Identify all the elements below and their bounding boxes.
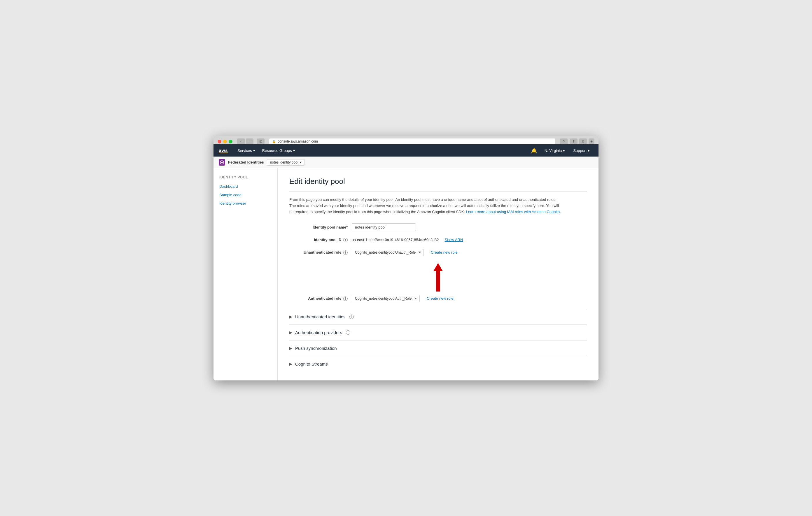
- support-label: Support: [573, 148, 586, 153]
- show-arn-link[interactable]: Show ARN: [444, 238, 463, 242]
- arrow-annotation: [289, 263, 587, 292]
- accordion-cognito-streams-label: Cognito Streams: [295, 362, 328, 366]
- sidebar-sample-code-label: Sample code: [219, 193, 241, 197]
- browser-window: ‹ › ⊡ 🔒 console.aws.amazon.com ↻ ⬆ ⧉ + a…: [213, 135, 599, 380]
- accordion-push-sync-label: Push synchronization: [295, 346, 337, 351]
- reload-button[interactable]: ↻: [560, 139, 568, 144]
- pool-name-input[interactable]: [352, 223, 416, 231]
- breadcrumb-pool-chevron-icon: ▾: [300, 160, 301, 164]
- services-label: Services: [237, 148, 252, 153]
- accordion-header-cognito-streams[interactable]: ▶ Cognito Streams: [289, 362, 587, 366]
- pool-name-row: Identity pool name*: [289, 223, 587, 231]
- arrow-shaft: [436, 271, 440, 292]
- arrow-head: [433, 263, 443, 271]
- browser-chrome: ‹ › ⊡ 🔒 console.aws.amazon.com ↻ ⬆ ⧉ +: [213, 135, 599, 144]
- new-tab-button[interactable]: +: [588, 139, 594, 144]
- share-button[interactable]: ⬆: [570, 139, 578, 144]
- tab-button[interactable]: ⊡: [257, 139, 265, 144]
- resource-groups-label: Resource Groups: [262, 148, 292, 153]
- traffic-lights: [218, 140, 232, 144]
- accordion-unauthenticated: ▶ Unauthenticated identities i: [289, 309, 587, 325]
- accordion-push-sync: ▶ Push synchronization: [289, 340, 587, 356]
- accordion-auth-providers: ▶ Authentication providers i: [289, 325, 587, 340]
- resource-groups-nav-item[interactable]: Resource Groups ▾: [259, 144, 299, 156]
- resource-groups-chevron-icon: ▾: [293, 148, 295, 153]
- unauth-role-row: Unauthenticated role i Cognito_notesiden…: [289, 249, 587, 256]
- region-label: N. Virginia: [545, 148, 562, 153]
- unauth-role-label: Unauthenticated role i: [289, 250, 348, 255]
- notification-bell-icon[interactable]: 🔔: [528, 148, 540, 153]
- breadcrumb-pool-tag[interactable]: notes identity pool ▾: [267, 159, 305, 165]
- title-divider: [289, 191, 587, 191]
- window-button[interactable]: ⧉: [579, 139, 587, 144]
- pool-id-info-icon[interactable]: i: [343, 238, 348, 242]
- close-button[interactable]: [218, 140, 221, 144]
- accordion-push-sync-arrow-icon: ▶: [289, 346, 292, 351]
- main-content: Edit identity pool From this page you ca…: [278, 168, 599, 380]
- sidebar-identity-browser-label: Identity browser: [219, 201, 246, 206]
- auth-role-label: Authenticated role i: [289, 296, 348, 301]
- page-layout: Identity pool Dashboard Sample code Iden…: [213, 168, 599, 380]
- accordion-unauth-arrow-icon: ▶: [289, 314, 292, 319]
- accordion-header-unauth[interactable]: ▶ Unauthenticated identities i: [289, 314, 587, 319]
- pool-name-label: Identity pool name*: [289, 225, 348, 230]
- auth-role-info-icon[interactable]: i: [343, 297, 348, 301]
- nav-right: 🔔 N. Virginia ▾ Support ▾: [528, 144, 593, 156]
- auth-providers-info-icon[interactable]: i: [346, 330, 350, 335]
- sidebar-item-dashboard[interactable]: Dashboard: [213, 182, 278, 191]
- aws-logo-text: aws: [219, 148, 228, 153]
- breadcrumb-bar: Federated Identities notes identity pool…: [213, 156, 599, 168]
- cognito-icon: [219, 159, 225, 165]
- url-text: console.aws.amazon.com: [278, 139, 318, 144]
- aws-logo: aws: [219, 148, 228, 153]
- auth-role-select[interactable]: Cognito_notesidentitypoolAuth_Role: [352, 295, 420, 302]
- unauth-identities-info-icon[interactable]: i: [349, 314, 354, 319]
- aws-navbar: aws Services ▾ Resource Groups ▾ 🔔 N. Vi…: [213, 144, 599, 156]
- accordion-cognito-streams: ▶ Cognito Streams: [289, 356, 587, 372]
- accordion-cognito-streams-arrow-icon: ▶: [289, 362, 292, 366]
- create-new-role-link-unauth[interactable]: Create new role: [431, 250, 458, 254]
- services-chevron-icon: ▾: [253, 148, 255, 153]
- services-nav-item[interactable]: Services ▾: [234, 144, 259, 156]
- support-chevron-icon: ▾: [588, 148, 590, 153]
- sidebar-dashboard-label: Dashboard: [219, 184, 238, 189]
- right-controls: ⬆ ⧉ +: [570, 139, 594, 144]
- page-title: Edit identity pool: [289, 177, 587, 186]
- description-text: From this page you can modify the detail…: [289, 197, 563, 215]
- breadcrumb-pool-name: notes identity pool: [270, 160, 298, 164]
- sidebar: Identity pool Dashboard Sample code Iden…: [213, 168, 278, 380]
- support-nav-item[interactable]: Support ▾: [570, 144, 593, 156]
- region-chevron-icon: ▾: [563, 148, 565, 153]
- address-bar[interactable]: 🔒 console.aws.amazon.com: [269, 139, 555, 144]
- red-arrow: [433, 263, 443, 292]
- accordion-header-push-sync[interactable]: ▶ Push synchronization: [289, 346, 587, 351]
- sidebar-section-label: Identity pool: [213, 175, 278, 182]
- maximize-button[interactable]: [229, 140, 232, 144]
- learn-more-link[interactable]: Learn more about using IAM roles with Am…: [466, 210, 561, 214]
- unauth-role-select[interactable]: Cognito_notesidentitypoolUnauth_Role: [352, 249, 424, 256]
- unauth-role-info-icon[interactable]: i: [343, 250, 348, 255]
- breadcrumb-service: Federated Identities: [228, 160, 264, 164]
- create-new-role-link-auth[interactable]: Create new role: [427, 296, 454, 301]
- aws-logo-underline: [219, 152, 228, 153]
- sidebar-item-sample-code[interactable]: Sample code: [213, 191, 278, 199]
- pool-id-label: Identity pool ID i: [289, 238, 348, 242]
- nav-buttons: ‹ ›: [237, 139, 254, 144]
- browser-toolbar: ‹ › ⊡ 🔒 console.aws.amazon.com ↻ ⬆ ⧉ +: [218, 139, 594, 144]
- pool-id-value: us-east-1:ceef8ccc-0a19-4616-9067-854dc6…: [352, 238, 439, 242]
- auth-role-row: Authenticated role i Cognito_notesidenti…: [289, 295, 587, 302]
- lock-icon: 🔒: [272, 140, 276, 144]
- region-nav-item[interactable]: N. Virginia ▾: [541, 144, 569, 156]
- accordion-header-auth-providers[interactable]: ▶ Authentication providers i: [289, 330, 587, 335]
- forward-button[interactable]: ›: [246, 139, 254, 144]
- accordion-auth-providers-label: Authentication providers: [295, 330, 342, 335]
- accordion-auth-providers-arrow-icon: ▶: [289, 330, 292, 335]
- back-button[interactable]: ‹: [237, 139, 245, 144]
- pool-id-row: Identity pool ID i us-east-1:ceef8ccc-0a…: [289, 238, 587, 242]
- sidebar-item-identity-browser[interactable]: Identity browser: [213, 199, 278, 208]
- minimize-button[interactable]: [223, 140, 227, 144]
- accordion-unauth-label: Unauthenticated identities: [295, 314, 346, 319]
